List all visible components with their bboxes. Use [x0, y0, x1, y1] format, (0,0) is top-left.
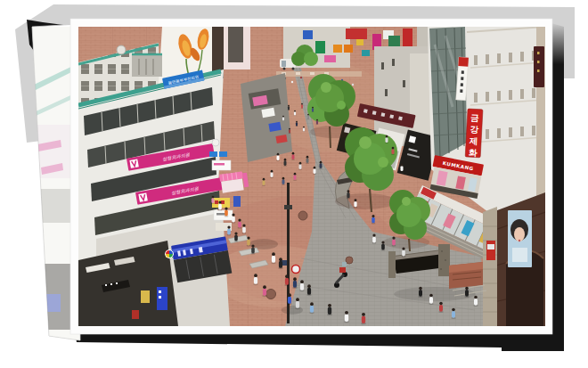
- kumkang-char-3: 제: [470, 135, 478, 145]
- photo-collage: 몸앤몸부부한의원 성형외과의원 성형외과의원: [0, 0, 588, 368]
- satellite-dish: [117, 45, 126, 54]
- photo-collage-canvas: 몸앤몸부부한의원 성형외과의원 성형외과의원: [0, 0, 588, 368]
- kumkang-char-1: 금: [470, 112, 480, 123]
- cosmetics-ad-poster: [508, 210, 532, 267]
- shadow-soft-fade: [551, 21, 565, 64]
- classical-building: 금 강 제 화 KUMKANG: [428, 27, 545, 217]
- stone-pillar: [483, 207, 497, 326]
- main-photo: 몸앤몸부부한의원 성형외과의원 성형외과의원: [70, 19, 552, 334]
- kumkang-char-4: 화: [469, 147, 478, 158]
- street-scene: 몸앤몸부부한의원 성형외과의원 성형외과의원: [78, 27, 545, 334]
- kumkang-char-2: 강: [470, 124, 479, 135]
- midleft-shops: [241, 73, 292, 162]
- brown-department-store: [475, 192, 546, 326]
- pinwheel-logo: [166, 250, 174, 258]
- red-vending-machine: [486, 241, 495, 260]
- kumkang-vertical-sign: 금 강 제 화: [465, 109, 483, 158]
- pillar-dark-sign: [534, 46, 544, 87]
